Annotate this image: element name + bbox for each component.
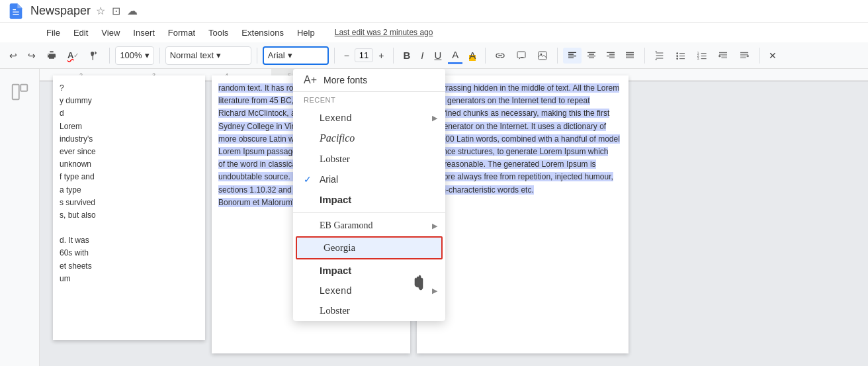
svg-rect-9 <box>12 85 19 100</box>
separator-3 <box>257 48 257 64</box>
font-item-arial[interactable]: ✓ Arial <box>293 169 445 189</box>
font-item-georgia[interactable]: Georgia <box>296 236 443 259</box>
comment-button[interactable] <box>512 48 531 64</box>
cursor-hand <box>413 274 427 293</box>
document-page-right: embarrassing hidden in the middle of tex… <box>417 75 629 353</box>
spell-check-button[interactable]: A✓ <box>64 48 83 63</box>
outline-icon <box>10 82 30 102</box>
font-item-pacifico[interactable]: Pacifico <box>293 128 445 149</box>
menu-insert[interactable]: Insert <box>126 25 161 40</box>
separator-5 <box>393 48 394 64</box>
eb-garamond-arrow: ▶ <box>432 222 437 230</box>
menu-edit[interactable]: Edit <box>67 25 95 40</box>
clear-formatting-button[interactable]: ✕ <box>765 48 781 64</box>
more-fonts-icon: A+ <box>304 74 317 86</box>
separator-8 <box>644 48 645 64</box>
numbered-list-button[interactable]: 1.2.3. <box>693 48 711 64</box>
undo-button[interactable]: ↩ <box>5 48 21 64</box>
star-icon[interactable]: ☆ <box>96 5 105 17</box>
font-size-controls: − 11 + <box>340 48 388 64</box>
lexend2-arrow: ▶ <box>432 287 437 295</box>
font-dropdown[interactable]: Arial ▾ <box>263 46 329 65</box>
title-action-icons: ☆ ⊡ ☁ <box>96 5 138 17</box>
font-arrow: ▾ <box>288 50 292 60</box>
svg-point-4 <box>677 55 679 57</box>
align-buttons <box>563 48 639 64</box>
separator-6 <box>485 48 486 64</box>
bullets-button[interactable] <box>672 48 690 64</box>
font-item-eb-garamond[interactable]: EB Garamond ▶ <box>293 216 445 236</box>
document-page-left: ?y dummydLoremindustry'sever sinceunknow… <box>53 75 205 340</box>
separator-4 <box>334 48 335 64</box>
left-sidebar <box>0 69 40 366</box>
menu-extensions[interactable]: Extensions <box>235 25 290 40</box>
title-bar: Newspaper ☆ ⊡ ☁ <box>0 0 868 23</box>
image-insert-button[interactable] <box>533 48 552 64</box>
print-button[interactable] <box>42 48 61 64</box>
svg-text:3.: 3. <box>697 57 700 60</box>
separator-1 <box>109 48 110 64</box>
font-separator <box>293 212 445 213</box>
page-right-text: embarrassing hidden in the middle of tex… <box>417 75 629 203</box>
highlight-button[interactable]: A <box>465 47 480 64</box>
lexend-arrow: ▶ <box>432 114 437 122</box>
more-fonts-label: More fonts <box>324 75 367 85</box>
google-docs-icon <box>7 2 25 21</box>
font-item-lexend-recent[interactable]: Lexend ▶ <box>293 108 445 128</box>
text-style-dropdown[interactable]: Normal text ▾ <box>165 46 251 65</box>
align-left-button[interactable] <box>563 48 582 64</box>
font-size-value[interactable]: 11 <box>355 48 373 62</box>
zoom-dropdown[interactable]: 100% ▾ <box>115 46 153 65</box>
menu-file[interactable]: File <box>40 25 67 40</box>
zoom-arrow: ▾ <box>145 50 150 60</box>
align-right-button[interactable] <box>601 48 620 64</box>
font-color-button[interactable]: A <box>448 46 462 64</box>
page-left-text: ?y dummydLoremindustry'sever sinceunknow… <box>53 75 205 292</box>
menu-bar: File Edit View Insert Format Tools Exten… <box>0 23 868 42</box>
decrease-indent-button[interactable] <box>714 48 732 64</box>
font-item-lobster-recent[interactable]: Lobster <box>293 149 445 169</box>
last-edit-status: Last edit was 2 minutes ago <box>335 28 433 37</box>
main-area: 2 3 4 5 6 7 ?y dummydLoremindustry'sever… <box>0 69 868 366</box>
folder-icon[interactable]: ⊡ <box>112 5 120 17</box>
hand-cursor-icon <box>413 274 427 293</box>
line-spacing-button[interactable] <box>650 48 669 64</box>
style-arrow: ▾ <box>216 50 221 60</box>
separator-7 <box>557 48 558 64</box>
svg-point-3 <box>677 52 679 54</box>
increase-indent-button[interactable] <box>735 48 754 64</box>
recent-section-label: RECENT <box>293 92 445 108</box>
document-area: 2 3 4 5 6 7 ?y dummydLoremindustry'sever… <box>40 69 868 366</box>
redo-button[interactable]: ↪ <box>24 48 40 64</box>
align-center-button[interactable] <box>582 48 601 64</box>
italic-button[interactable]: I <box>417 47 427 64</box>
menu-format[interactable]: Format <box>161 25 202 40</box>
menu-help[interactable]: Help <box>290 25 322 40</box>
separator-9 <box>759 48 760 64</box>
link-button[interactable] <box>491 48 509 64</box>
font-size-decrease[interactable]: − <box>340 48 353 64</box>
svg-rect-10 <box>21 85 27 91</box>
document-title[interactable]: Newspaper <box>30 4 91 18</box>
menu-view[interactable]: View <box>95 25 126 40</box>
separator-2 <box>159 48 160 64</box>
font-size-increase[interactable]: + <box>374 48 388 64</box>
underline-button[interactable]: U <box>431 47 446 64</box>
bold-button[interactable]: B <box>399 47 414 64</box>
font-item-impact-recent[interactable]: Impact <box>293 189 445 210</box>
paint-format-button[interactable] <box>85 48 104 64</box>
more-fonts-item[interactable]: A+ More fonts <box>293 69 445 92</box>
toolbar: ↩ ↪ A✓ 100% ▾ Normal text ▾ Arial ▾ − 11… <box>0 42 868 69</box>
svg-rect-0 <box>517 52 525 58</box>
font-item-lobster[interactable]: Lobster <box>293 300 445 321</box>
align-justify-button[interactable] <box>621 48 639 64</box>
cloud-icon[interactable]: ☁ <box>127 5 138 17</box>
menu-tools[interactable]: Tools <box>202 25 235 40</box>
svg-point-5 <box>677 58 679 60</box>
